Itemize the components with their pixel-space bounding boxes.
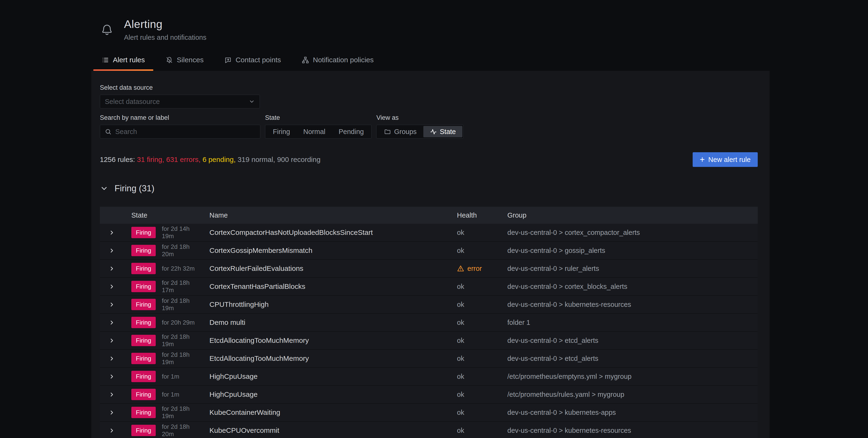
expand-row-button[interactable] [107, 372, 117, 381]
duration-label: for 2d 18h 19m [162, 297, 202, 312]
table-row: Firing for 20h 29m Demo multi ok folder … [100, 314, 758, 332]
expand-row-button[interactable] [107, 426, 117, 435]
group-path: dev-us-central-0 > ruler_alerts [500, 265, 758, 272]
summary-total: 1256 rules: [100, 155, 135, 163]
duration-label: for 1m [162, 391, 179, 398]
view-as-state-label: State [440, 128, 456, 136]
health-label: ok [457, 283, 464, 291]
state-badge: Firing [131, 299, 156, 310]
group-path: /etc/prometheus/emptyns.yml > mygroup [500, 373, 758, 380]
chevron-right-icon [108, 338, 115, 344]
tab-label: Contact points [236, 56, 281, 64]
table-row: Firing for 2d 18h 20m CortexGossipMember… [100, 242, 758, 260]
tab-alert-rules[interactable]: Alert rules [91, 51, 155, 71]
datasource-select[interactable]: Select datasource [100, 95, 260, 109]
header-group: Group [500, 211, 758, 219]
chevron-right-icon [108, 247, 115, 254]
health-label: ok [457, 427, 464, 434]
sitemap-icon [302, 56, 309, 64]
health-cell: ok [449, 319, 500, 326]
summary-errors: 631 errors, [166, 155, 200, 163]
health-label: error [467, 265, 482, 272]
rule-name: CPUThrottlingHigh [202, 300, 449, 309]
bell-icon [100, 23, 114, 37]
duration-label: for 1m [162, 373, 179, 380]
search-placeholder: Search [115, 128, 137, 136]
duration-label: for 20h 29m [162, 319, 195, 326]
chevron-down-icon [100, 184, 108, 193]
expand-row-button[interactable] [107, 318, 117, 327]
alerting-page: Alerting Alert rules and notifications A… [0, 0, 868, 438]
group-path: folder 1 [500, 319, 758, 326]
page-titles: Alerting Alert rules and notifications [124, 18, 206, 41]
duration-label: for 2d 18h 19m [162, 405, 202, 420]
chevron-right-icon [108, 427, 115, 434]
expand-row-button[interactable] [107, 246, 117, 255]
health-label: ok [457, 409, 464, 416]
chevron-right-icon [108, 373, 115, 380]
state-filter-firing[interactable]: Firing [266, 126, 297, 137]
group-path: dev-us-central-0 > kubernetes-resources [500, 301, 758, 309]
search-input[interactable]: Search [100, 125, 260, 139]
state-badge: Firing [131, 407, 156, 418]
state-badge: Firing [131, 317, 156, 328]
state-badge: Firing [131, 245, 156, 256]
summary-row: 1256 rules: 31 firing, 631 errors, 6 pen… [100, 152, 758, 167]
rule-name: CortexTenantHasPartialBlocks [202, 283, 449, 291]
rule-name: EtcdAllocatingTooMuchMemory [202, 337, 449, 345]
filter-row: Search by name or label Search State Fir… [100, 114, 758, 139]
new-alert-rule-button[interactable]: + New alert rule [693, 152, 758, 167]
group-path: dev-us-central-0 > etcd_alerts [500, 355, 758, 362]
state-badge: Firing [131, 353, 156, 364]
health-label: ok [457, 373, 464, 380]
firing-section-toggle[interactable]: Firing (31) [100, 183, 155, 194]
health-label: ok [457, 337, 464, 345]
expand-row-button[interactable] [107, 228, 117, 237]
expand-row-button[interactable] [107, 390, 117, 399]
table-row: Firing for 1m HighCpuUsage ok /etc/prome… [100, 386, 758, 404]
state-filter-label: State [265, 114, 372, 121]
health-cell: ok [449, 355, 500, 362]
expand-row-button[interactable] [107, 354, 117, 363]
health-label: ok [457, 247, 464, 255]
state-badge: Firing [131, 425, 156, 436]
health-cell: ok [449, 301, 500, 309]
expand-row-button[interactable] [107, 282, 117, 291]
warning-icon [457, 265, 464, 272]
comment-share-icon [224, 56, 232, 64]
chevron-down-icon [249, 98, 255, 105]
state-badge: Firing [131, 389, 156, 400]
state-filter-group: Firing Normal Pending [265, 125, 372, 139]
duration-label: for 2d 14h 19m [162, 225, 202, 240]
datasource-placeholder: Select datasource [105, 98, 160, 106]
tab-notification-policies[interactable]: Notification policies [291, 51, 384, 71]
view-as-groups[interactable]: Groups [377, 126, 423, 137]
expand-row-button[interactable] [107, 264, 117, 273]
group-path: dev-us-central-0 > cortex_compactor_aler… [500, 229, 758, 236]
table-row: Firing for 2d 18h 20m KubeCPUOvercommit … [100, 422, 758, 438]
table-row: Firing for 2d 18h 19m EtcdAllocatingTooM… [100, 332, 758, 350]
rule-name: HighCpuUsage [202, 390, 449, 399]
view-as-field: View as Groups State [376, 114, 464, 139]
expand-row-button[interactable] [107, 336, 117, 345]
group-path: dev-us-central-0 > gossip_alerts [500, 247, 758, 255]
new-alert-rule-label: New alert rule [708, 156, 751, 164]
health-label: ok [457, 355, 464, 362]
search-icon [105, 128, 112, 135]
health-label: ok [457, 229, 464, 236]
state-filter-pending[interactable]: Pending [332, 126, 370, 137]
rules-table: State Name Health Group Firing for 2d 14… [100, 207, 758, 438]
state-filter-normal[interactable]: Normal [297, 126, 332, 137]
tab-silences[interactable]: Silences [155, 51, 214, 71]
rule-name: KubeCPUOvercommit [202, 427, 449, 434]
rule-name: Demo multi [202, 318, 449, 326]
rule-name: CortexCompactorHasNotUploadedBlocksSince… [202, 229, 449, 236]
duration-label: for 2d 18h 19m [162, 351, 202, 366]
expand-row-button[interactable] [107, 408, 117, 417]
expand-row-button[interactable] [107, 300, 117, 309]
view-as-state[interactable]: State [423, 126, 463, 137]
state-badge: Firing [131, 227, 156, 238]
state-badge: Firing [131, 281, 156, 292]
health-cell: ok [449, 337, 500, 345]
tab-contact-points[interactable]: Contact points [214, 51, 291, 71]
